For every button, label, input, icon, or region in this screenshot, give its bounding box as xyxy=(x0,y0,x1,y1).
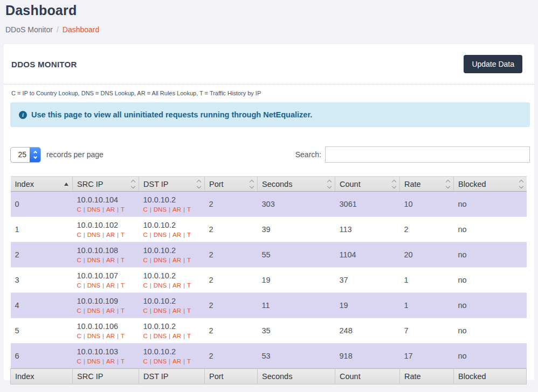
ip-link-dns[interactable]: DNS xyxy=(154,333,167,339)
ip-link-dns[interactable]: DNS xyxy=(154,307,167,314)
table-footer: IndexSRC IPDST IPPortSecondsCountRateBlo… xyxy=(11,369,527,384)
column-header-label: Count xyxy=(340,180,361,188)
ip-link-t[interactable]: T xyxy=(187,333,191,339)
ip-link-dns[interactable]: DNS xyxy=(87,282,100,289)
ip-action-links: C|DNS|AR|T xyxy=(77,206,135,213)
ip-link-dns[interactable]: DNS xyxy=(87,307,100,314)
seconds-cell: 11 xyxy=(258,293,335,318)
ip-link-t[interactable]: T xyxy=(121,333,125,339)
column-header-src-ip[interactable]: SRC IP xyxy=(73,177,139,192)
ip-link-t[interactable]: T xyxy=(187,257,191,263)
ip-link-dns[interactable]: DNS xyxy=(87,333,100,339)
index-cell: 4 xyxy=(11,293,73,318)
update-data-button[interactable]: Update Data xyxy=(464,55,522,73)
ip-link-c[interactable]: C xyxy=(77,307,81,314)
index-cell: 2 xyxy=(11,242,73,268)
link-separator: | xyxy=(117,206,119,213)
ip-link-c[interactable]: C xyxy=(143,257,148,263)
ip-link-dns[interactable]: DNS xyxy=(87,232,100,238)
ip-link-c[interactable]: C xyxy=(143,307,148,314)
ip-link-dns[interactable]: DNS xyxy=(87,358,100,365)
ip-link-ar[interactable]: AR xyxy=(106,257,115,263)
ip-link-t[interactable]: T xyxy=(187,358,191,365)
rate-cell: 7 xyxy=(400,318,454,344)
link-separator: | xyxy=(183,307,185,314)
ip-link-dns[interactable]: DNS xyxy=(154,358,167,365)
sort-asc-icon xyxy=(64,183,68,186)
ip-link-t[interactable]: T xyxy=(121,282,125,289)
ip-link-t[interactable]: T xyxy=(121,206,125,213)
ip-action-links: C|DNS|AR|T xyxy=(77,307,135,314)
count-cell: 19 xyxy=(335,293,400,318)
ip-link-ar[interactable]: AR xyxy=(106,282,115,289)
ip-link-c[interactable]: C xyxy=(143,333,148,339)
column-header-port[interactable]: Port xyxy=(205,177,258,192)
page-size-value: 25 xyxy=(11,148,30,162)
ip-link-c[interactable]: C xyxy=(77,358,81,365)
ip-action-links: C|DNS|AR|T xyxy=(77,333,135,340)
column-header-seconds[interactable]: Seconds xyxy=(258,177,335,192)
legend-text: C = IP to Country Lookup, DNS = DNS Look… xyxy=(4,85,534,96)
ip-link-dns[interactable]: DNS xyxy=(87,206,100,213)
ip-link-t[interactable]: T xyxy=(187,307,191,314)
ip-link-ar[interactable]: AR xyxy=(106,232,115,238)
ip-link-c[interactable]: C xyxy=(77,333,81,339)
ip-link-t[interactable]: T xyxy=(187,282,191,289)
link-separator: | xyxy=(150,282,151,289)
page-size-control: 25 records per page xyxy=(10,147,104,163)
ip-link-ar[interactable]: AR xyxy=(173,282,181,289)
ip-link-ar[interactable]: AR xyxy=(173,232,181,238)
ip-link-t[interactable]: T xyxy=(121,257,125,263)
count-cell: 37 xyxy=(335,268,400,293)
ip-link-t[interactable]: T xyxy=(121,307,125,314)
column-header-index[interactable]: Index xyxy=(11,177,73,192)
ip-link-ar[interactable]: AR xyxy=(173,257,181,263)
search-input[interactable] xyxy=(325,146,530,163)
ip-link-ar[interactable]: AR xyxy=(106,307,115,314)
column-header-blocked[interactable]: Blocked xyxy=(454,177,527,192)
ip-action-links: C|DNS|AR|T xyxy=(77,282,135,289)
ip-link-c[interactable]: C xyxy=(77,206,81,213)
ip-link-c[interactable]: C xyxy=(77,282,81,289)
sort-both-icon xyxy=(446,180,450,188)
ip-link-ar[interactable]: AR xyxy=(173,307,181,314)
ip-link-c[interactable]: C xyxy=(77,232,81,238)
ip-link-ar[interactable]: AR xyxy=(173,358,181,365)
ip-link-c[interactable]: C xyxy=(143,358,148,365)
column-header-rate[interactable]: Rate xyxy=(400,177,454,192)
ip-link-dns[interactable]: DNS xyxy=(87,257,100,263)
rate-cell: 17 xyxy=(400,344,454,369)
ip-link-t[interactable]: T xyxy=(187,232,191,238)
column-header-dst-ip[interactable]: DST IP xyxy=(139,177,205,192)
ip-link-t[interactable]: T xyxy=(187,206,191,213)
ip-link-ar[interactable]: AR xyxy=(173,206,181,213)
index-cell: 3 xyxy=(11,268,73,293)
ip-link-t[interactable]: T xyxy=(121,232,125,238)
ip-link-c[interactable]: C xyxy=(143,282,148,289)
ip-link-c[interactable]: C xyxy=(143,206,148,213)
ip-link-t[interactable]: T xyxy=(121,358,125,365)
ip-link-dns[interactable]: DNS xyxy=(154,232,167,238)
ip-link-dns[interactable]: DNS xyxy=(154,206,167,213)
link-separator: | xyxy=(84,232,85,238)
ip-action-links: C|DNS|AR|T xyxy=(77,232,135,239)
breadcrumb-parent-link[interactable]: DDoS Monitor xyxy=(5,25,53,34)
ip-link-ar[interactable]: AR xyxy=(173,333,181,339)
page-title: Dashboard xyxy=(5,3,529,18)
ip-link-dns[interactable]: DNS xyxy=(154,257,167,263)
ip-link-dns[interactable]: DNS xyxy=(154,282,167,289)
ip-link-c[interactable]: C xyxy=(77,257,81,263)
link-separator: | xyxy=(183,358,185,365)
ip-link-c[interactable]: C xyxy=(143,232,148,238)
column-header-label: Port xyxy=(209,180,224,188)
link-separator: | xyxy=(102,206,104,213)
ip-action-links: C|DNS|AR|T xyxy=(143,282,201,289)
ip-link-ar[interactable]: AR xyxy=(106,358,115,365)
link-separator: | xyxy=(102,282,104,289)
ip-address: 10.0.10.102 xyxy=(77,221,135,230)
column-header-count[interactable]: Count xyxy=(335,177,400,192)
link-separator: | xyxy=(169,257,170,263)
page-size-select[interactable]: 25 xyxy=(10,147,41,163)
ip-link-ar[interactable]: AR xyxy=(106,206,115,213)
ip-link-ar[interactable]: AR xyxy=(106,333,115,339)
